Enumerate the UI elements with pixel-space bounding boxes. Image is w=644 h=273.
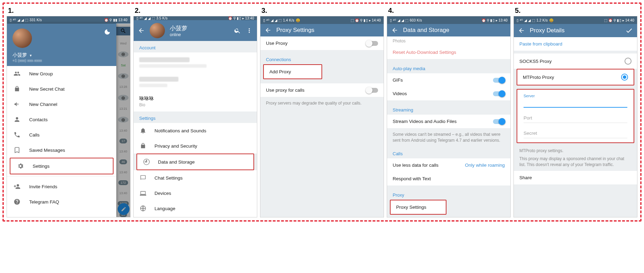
use-proxy-row[interactable]: Use Proxy — [260, 36, 384, 50]
proxy-quality-note: Proxy servers may degrade the quality of… — [260, 97, 384, 110]
lock-icon — [139, 142, 147, 149]
group-icon — [13, 70, 21, 77]
moon-icon[interactable] — [104, 28, 111, 35]
menu-faq[interactable]: Telegram FAQ — [7, 194, 116, 209]
toggle-streaming[interactable] — [493, 119, 505, 124]
menu-label: New Group — [29, 71, 53, 76]
lock-icon — [13, 85, 21, 92]
account-name[interactable]: 小菠萝 — [12, 52, 111, 58]
screen-3: ▯ ⁴ᴳ ◢ ◢ ⬚1.4 K/s😃 ⬚ ⏰ ⚲ ▮▯ ▸ 14:40 Prox… — [260, 16, 384, 217]
phone-number-row[interactable] — [134, 52, 257, 72]
menu-new-group[interactable]: New Group — [7, 66, 116, 81]
socks5-row[interactable]: SOCKS5 Proxy — [514, 53, 637, 69]
username-row[interactable] — [134, 72, 257, 91]
page-title: Data and Storage — [403, 27, 449, 34]
person-add-icon — [13, 183, 21, 190]
add-proxy-row[interactable]: Add Proxy — [263, 64, 322, 79]
settings-chat[interactable]: Chat Settings — [134, 170, 257, 185]
menu-contacts[interactable]: Contacts — [7, 112, 116, 127]
profile-header: 小菠萝 online — [134, 20, 257, 41]
section-proxy: Proxy — [387, 188, 510, 200]
toggle-use-proxy[interactable] — [366, 41, 378, 46]
gifs-row[interactable]: GIFs — [387, 73, 510, 87]
app-header: Proxy Details — [514, 24, 637, 37]
megaphone-icon — [13, 101, 21, 108]
bell-icon — [139, 127, 147, 134]
menu-label: Contacts — [29, 117, 48, 122]
section-autoplay: Auto-play media — [387, 62, 510, 73]
check-icon[interactable] — [625, 27, 633, 34]
avatar[interactable] — [12, 28, 32, 48]
mtproto-note: MTProto proxy settings. This proxy may d… — [514, 144, 637, 171]
section-account: Account — [134, 41, 257, 52]
back-icon[interactable] — [518, 27, 525, 34]
step-number-4: 4. — [388, 7, 511, 15]
menu-label: New Channel — [29, 102, 57, 107]
section-calls: Calls — [387, 147, 510, 158]
share-row[interactable]: Share — [514, 171, 637, 184]
gear-icon — [17, 163, 24, 169]
settings-language[interactable]: Language — [134, 201, 257, 216]
status-bar: ▯ ⁴ᴳ ◢ ◢ ⬚1.2 K/s😃 ⬚ ⏰ ⚲ ▮▯ ▸ 14:40 — [514, 16, 637, 24]
use-proxy-calls-row[interactable]: Use proxy for calls — [260, 83, 384, 97]
settings-help[interactable]: Help — [134, 216, 257, 217]
stream-row[interactable]: Stream Videos and Audio Files — [387, 115, 510, 128]
menu-new-secret[interactable]: New Secret Chat — [7, 81, 116, 97]
toggle-gifs[interactable] — [493, 78, 505, 83]
search-icon[interactable] — [234, 27, 241, 34]
avatar[interactable] — [150, 23, 165, 38]
less-data-row[interactable]: Use less data for calls Only while roami… — [387, 158, 510, 172]
more-icon[interactable] — [246, 27, 253, 34]
port-field[interactable]: Port — [518, 109, 633, 124]
status-bar: ▯ ⁴ᴳ ◢ ◢ ⬚331 K/s ⏰ ⚲ ▮▮ 13:40 — [7, 16, 130, 24]
menu-settings[interactable]: Settings — [10, 158, 114, 174]
chat-icon — [139, 174, 147, 181]
stream-note: Some videos can't be streamed – e.g., al… — [387, 128, 510, 147]
menu-new-channel[interactable]: New Channel — [7, 97, 116, 112]
section-connections: Connections — [260, 53, 384, 64]
server-input[interactable] — [524, 98, 627, 108]
reset-autodownload-row[interactable]: Reset Auto-Download Settings — [387, 46, 510, 59]
menu-label: Saved Messages — [29, 148, 65, 153]
globe-icon — [139, 205, 147, 212]
page-title: Proxy Settings — [276, 27, 315, 34]
online-status: online — [170, 32, 229, 37]
back-icon[interactable] — [391, 27, 398, 34]
page-title: Proxy Details — [530, 27, 620, 34]
server-field[interactable]: Server — [518, 91, 633, 109]
settings-devices[interactable]: Devices — [134, 185, 257, 201]
menu-calls[interactable]: Calls — [7, 127, 116, 142]
secret-field[interactable]: Secret — [518, 124, 633, 140]
status-bar: ▯ ⁴ᴳ ◢ ◢ ⬚603 K/s ⏰ ⚲ ▮▯ ▸ 13:40 — [387, 16, 510, 24]
help-icon — [13, 198, 21, 205]
app-header: Data and Storage — [387, 24, 510, 36]
settings-data-storage[interactable]: Data and Storage — [136, 154, 254, 170]
proxy-settings-row[interactable]: Proxy Settings — [390, 200, 446, 215]
settings-privacy[interactable]: Privacy and Security — [134, 138, 257, 154]
laptop-icon — [139, 190, 147, 197]
videos-row[interactable]: Videos — [387, 87, 510, 100]
back-icon[interactable] — [265, 27, 271, 34]
screen-4: ▯ ⁴ᴳ ◢ ◢ ⬚603 K/s ⏰ ⚲ ▮▯ ▸ 13:40 Data an… — [387, 16, 511, 217]
radio-socks5[interactable] — [625, 58, 632, 65]
person-icon — [13, 116, 21, 123]
radio-mtproto[interactable] — [621, 74, 628, 81]
section-settings: Settings — [134, 111, 257, 123]
menu-saved[interactable]: Saved Messages — [7, 142, 116, 158]
section-streaming: Streaming — [387, 103, 510, 115]
mtproto-row[interactable]: MTProto Proxy — [517, 69, 634, 85]
respond-text-row[interactable]: Respond with Text — [387, 172, 510, 185]
phone-icon — [13, 131, 21, 138]
bio-row[interactable]: 咻咻咻 Bio — [134, 91, 257, 111]
toggle-videos[interactable] — [493, 91, 505, 96]
back-icon[interactable] — [138, 27, 145, 34]
toggle-proxy-calls[interactable] — [366, 88, 378, 93]
photos-row[interactable]: Photos — [387, 36, 510, 46]
clock-icon — [143, 158, 150, 165]
menu-invite[interactable]: Invite Friends — [7, 179, 116, 194]
step-number-1: 1. — [8, 7, 131, 15]
paste-clipboard-row[interactable]: Paste from clipboard — [514, 37, 637, 51]
screen-1: ▯ ⁴ᴳ ◢ ◢ ⬚331 K/s ⏰ ⚲ ▮▮ 13:40 Wed ⊛ Sat… — [7, 16, 131, 217]
menu-label: Invite Friends — [29, 184, 57, 189]
settings-notifications[interactable]: Notifications and Sounds — [134, 123, 257, 138]
